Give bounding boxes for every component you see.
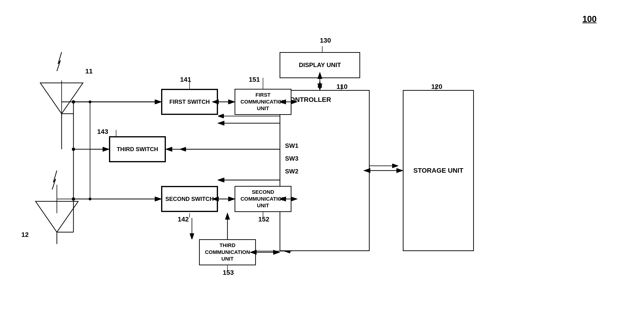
diagram-ref: 100 bbox=[582, 14, 596, 24]
third-comm-label: THIRDCOMMUNICATION UNIT bbox=[200, 242, 255, 262]
svg-point-55 bbox=[72, 148, 75, 151]
second-switch-label: SECOND SWITCH bbox=[166, 195, 214, 202]
svg-line-34 bbox=[57, 60, 60, 71]
second-switch-box: SECOND SWITCH bbox=[161, 186, 218, 212]
controller-ref: 110 bbox=[336, 83, 348, 90]
svg-point-10 bbox=[88, 100, 92, 103]
controller-label: CONTROLLER bbox=[285, 96, 331, 104]
third-switch-box: THIRD SWITCH bbox=[109, 136, 166, 162]
display-unit-ref: 130 bbox=[320, 37, 331, 44]
third-comm-ref: 153 bbox=[223, 269, 234, 276]
controller-sw3: SW3 bbox=[285, 155, 298, 163]
display-unit-label: DISPLAY UNIT bbox=[299, 61, 341, 69]
svg-line-38 bbox=[53, 170, 57, 182]
second-comm-box: SECONDCOMMUNICATION UNIT bbox=[234, 186, 292, 212]
svg-marker-35 bbox=[40, 83, 83, 114]
svg-marker-41 bbox=[36, 201, 78, 232]
display-unit-box: DISPLAY UNIT bbox=[280, 52, 360, 78]
storage-unit-ref: 120 bbox=[431, 83, 442, 90]
storage-unit-box: STORAGE UNIT bbox=[403, 90, 474, 251]
svg-point-11 bbox=[88, 198, 92, 200]
first-comm-box: FIRSTCOMMUNICATION UNIT bbox=[234, 89, 292, 115]
third-comm-box: THIRDCOMMUNICATION UNIT bbox=[199, 239, 256, 265]
second-switch-ref: 142 bbox=[178, 216, 189, 223]
controller-sw2: SW2 bbox=[285, 168, 298, 176]
svg-line-39 bbox=[53, 179, 56, 182]
svg-text:12: 12 bbox=[21, 231, 29, 238]
svg-point-53 bbox=[72, 197, 75, 201]
third-switch-label: THIRD SWITCH bbox=[117, 146, 158, 153]
svg-line-40 bbox=[52, 179, 56, 190]
diagram: 100 DISPLAY UNIT 130 CONTROLLER SW1 SW3 … bbox=[0, 0, 644, 334]
second-comm-label: SECONDCOMMUNICATION UNIT bbox=[235, 189, 291, 209]
controller-sw1: SW1 bbox=[285, 142, 298, 150]
svg-line-33 bbox=[58, 60, 60, 64]
first-switch-ref: 141 bbox=[180, 76, 191, 84]
first-comm-label: FIRSTCOMMUNICATION UNIT bbox=[235, 92, 291, 112]
svg-point-49 bbox=[72, 100, 75, 104]
svg-line-32 bbox=[58, 52, 62, 64]
second-comm-ref: 152 bbox=[258, 216, 270, 223]
first-switch-box: FIRST SWITCH bbox=[161, 89, 218, 115]
third-switch-ref: 143 bbox=[97, 128, 108, 136]
first-comm-ref: 151 bbox=[249, 76, 260, 84]
storage-unit-label: STORAGE UNIT bbox=[413, 166, 463, 175]
svg-text:11: 11 bbox=[85, 68, 93, 75]
controller-box: CONTROLLER SW1 SW3 SW2 bbox=[280, 90, 370, 251]
first-switch-label: FIRST SWITCH bbox=[170, 98, 210, 106]
